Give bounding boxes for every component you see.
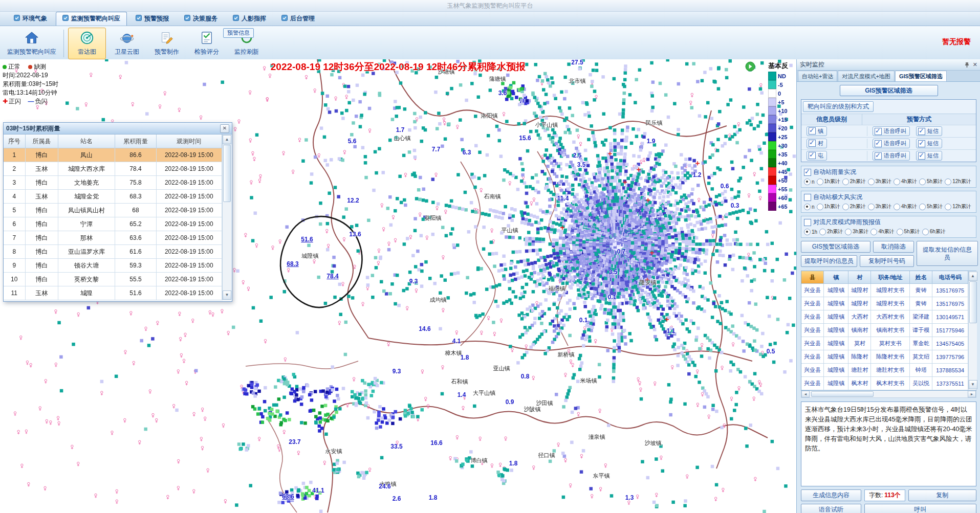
- scrollbar-thumb[interactable]: [223, 145, 231, 202]
- scrollbar-thumb[interactable]: [811, 391, 874, 397]
- rain-window-titlebar[interactable]: 03时~15时累积雨量 ✕: [4, 123, 232, 135]
- scroll-right-icon[interactable]: ►: [968, 391, 976, 397]
- close-icon[interactable]: ✕: [220, 124, 229, 133]
- radio-option[interactable]: 2h累计: [842, 178, 866, 185]
- contacts-column-header[interactable]: 电话号码: [932, 271, 968, 284]
- contact-row[interactable]: 兴业县城隍镇镇南村镇南村支书谭于模151775946: [801, 324, 968, 337]
- radio-option[interactable]: 5h累计: [897, 228, 920, 235]
- pin-icon[interactable]: [964, 62, 970, 68]
- radio-option[interactable]: 4h累计: [894, 203, 917, 210]
- level-checkbox[interactable]: 村: [807, 139, 827, 148]
- rain-table-row[interactable]: 1博白凤山86.62022-08-19 15:00: [4, 148, 222, 162]
- tool-button-3[interactable]: 卫星云图: [108, 28, 146, 59]
- model-forecast-checkbox[interactable]: [804, 219, 811, 226]
- panel-tab-3[interactable]: GIS预警区域筛选: [895, 71, 947, 81]
- gis-filter-header-button[interactable]: GIS预警区域筛选: [840, 85, 938, 96]
- rain-column-header[interactable]: 站名: [58, 135, 116, 148]
- warning-message-text[interactable]: 玉林市气象台19日5时15分发布暴雨橙色预警信号，4时以来兴业县城隍大西水库已出…: [801, 402, 976, 486]
- radio-option[interactable]: 12h累计: [945, 203, 971, 210]
- panel-tab-1[interactable]: 自动站+雷达: [798, 71, 837, 81]
- radio-option[interactable]: 5h累计: [919, 178, 943, 185]
- voice-call-checkbox[interactable]: 语音呼叫: [873, 139, 910, 148]
- tool-button-5[interactable]: 检验评分: [188, 28, 226, 59]
- radio-option[interactable]: 12h累计: [945, 178, 971, 185]
- radio-option[interactable]: 3h累计: [845, 228, 868, 235]
- scroll-left-icon[interactable]: ◄: [801, 391, 810, 397]
- tool-button-4[interactable]: 预警制作: [148, 28, 186, 59]
- menu-tab-1[interactable]: 环境气象: [7, 12, 54, 26]
- level-checkbox[interactable]: 屯: [807, 151, 827, 161]
- generate-message-button[interactable]: 生成信息内容: [801, 489, 861, 501]
- radio-option[interactable]: 4h累计: [894, 178, 917, 185]
- contact-row[interactable]: 兴业县城隍镇塘肚村塘肚村支书钟塔137885534: [801, 364, 968, 377]
- gis-filter-button[interactable]: GIS预警区域筛选: [801, 241, 870, 253]
- contacts-column-header[interactable]: 姓名: [910, 271, 932, 284]
- rain-column-header[interactable]: 累积雨量: [115, 135, 156, 148]
- wind-actual-checkbox[interactable]: [804, 194, 811, 201]
- close-icon[interactable]: ✕: [973, 61, 977, 68]
- contact-row[interactable]: 兴业县城隍镇陈隆村陈隆村支书莫文绍139775796: [801, 350, 968, 364]
- scroll-up-icon[interactable]: ▲: [969, 272, 977, 281]
- contacts-column-header[interactable]: 县: [801, 271, 824, 284]
- rain-column-header[interactable]: 所属县: [26, 135, 58, 148]
- radio-option[interactable]: 3h累计: [868, 203, 891, 210]
- contact-row[interactable]: 兴业县城隍镇城隍村城隍村支书黄铸135176975: [801, 284, 968, 297]
- tool-button-2[interactable]: 雷达图: [68, 28, 106, 59]
- rain-column-header[interactable]: 序号: [4, 135, 26, 148]
- contacts-column-header[interactable]: 职务/地址: [871, 271, 910, 284]
- voice-preview-button[interactable]: 语音试听: [801, 504, 861, 513]
- extract-sms-informers-button[interactable]: 提取发短信的信息员: [917, 241, 978, 266]
- rain-table-row[interactable]: 9博白顿谷大塘59.32022-08-19 15:00: [4, 259, 222, 273]
- radio-option[interactable]: 5h累计: [919, 203, 943, 210]
- menu-tab-6[interactable]: 后台管理: [275, 12, 321, 26]
- voice-call-checkbox[interactable]: 语音呼叫: [873, 126, 910, 136]
- radio-option[interactable]: 2h累计: [842, 203, 866, 210]
- level-checkbox[interactable]: 镇: [807, 126, 827, 136]
- rain-column-header[interactable]: 观测时间: [157, 135, 222, 148]
- rain-table-row[interactable]: 8博白亚山温罗水库61.62022-08-19 15:00: [4, 245, 222, 259]
- contacts-column-header[interactable]: 镇: [824, 271, 848, 284]
- sms-checkbox[interactable]: 短信: [916, 151, 942, 161]
- target-call-box-title[interactable]: 靶向叫应的级别和方式: [803, 101, 874, 112]
- tool-button-1[interactable]: 监测预警靶向叫应: [4, 28, 59, 59]
- contacts-hscrollbar[interactable]: ◄ ►: [801, 391, 976, 398]
- menu-tab-5[interactable]: 人影指挥: [226, 12, 273, 26]
- panel-tab-2[interactable]: 对流尺度模式+地图: [838, 71, 894, 81]
- copy-button[interactable]: 复制: [908, 489, 976, 501]
- contacts-column-header[interactable]: 村: [848, 271, 871, 284]
- radio-option[interactable]: n: [804, 179, 815, 185]
- scroll-down-icon[interactable]: ▼: [223, 291, 231, 300]
- radio-option[interactable]: 2h累计: [819, 228, 843, 235]
- rain-table-row[interactable]: 11玉林城隍51.62022-08-19 15:00: [4, 286, 222, 300]
- call-button[interactable]: 呼叫: [864, 504, 976, 513]
- contacts-scrollbar[interactable]: ▲ ▼: [968, 271, 977, 390]
- radio-option[interactable]: n: [804, 204, 815, 210]
- rain-table-row[interactable]: 10博白英桥文黎55.52022-08-19 15:00: [4, 273, 222, 286]
- rain-table-row[interactable]: 7博白那林63.62022-08-19 15:00: [4, 231, 222, 245]
- contact-row[interactable]: 兴业县城隍镇城隍村城隍村支书黄铸135176975: [801, 297, 968, 310]
- copy-call-numbers-button[interactable]: 复制呼叫号码: [860, 255, 914, 267]
- rain-table-row[interactable]: 3博白文地姜充75.82022-08-19 15:00: [4, 176, 222, 190]
- sms-checkbox[interactable]: 短信: [916, 126, 942, 136]
- radio-option[interactable]: 1h: [804, 229, 817, 235]
- menu-tab-2[interactable]: 监测预警靶向叫应: [56, 12, 127, 26]
- radio-option[interactable]: 6h累计: [922, 228, 946, 235]
- panel-collapse-button[interactable]: [745, 61, 755, 72]
- scroll-up-icon[interactable]: ▲: [223, 135, 231, 144]
- cancel-filter-button[interactable]: 取消筛选: [873, 241, 914, 253]
- sms-checkbox[interactable]: 短信: [916, 139, 942, 148]
- contact-row[interactable]: 兴业县城隍镇枫木村枫木村支书吴以悦137375511: [801, 377, 968, 390]
- radio-option[interactable]: 1h累计: [817, 178, 840, 185]
- rain-actual-checkbox[interactable]: [804, 169, 811, 176]
- extract-call-informers-button[interactable]: 提取呼叫的信息员: [801, 255, 857, 267]
- rain-table-row[interactable]: 6博白宁潭65.22022-08-19 15:00: [4, 217, 222, 231]
- rain-table-scrollbar[interactable]: ▲ ▼: [222, 135, 231, 300]
- rain-table-row[interactable]: 5博白凤山镇凤山村682022-08-19 15:00: [4, 204, 222, 217]
- contact-row[interactable]: 兴业县城隍镇莫村莫村支书覃金乾134575405: [801, 337, 968, 350]
- radio-option[interactable]: 4h累计: [870, 228, 894, 235]
- radio-option[interactable]: 3h累计: [868, 178, 891, 185]
- menu-tab-4[interactable]: 决策服务: [178, 12, 224, 26]
- menu-tab-3[interactable]: 预警预报: [129, 12, 176, 26]
- radio-option[interactable]: 1h累计: [817, 203, 840, 210]
- voice-call-checkbox[interactable]: 语音呼叫: [873, 151, 910, 161]
